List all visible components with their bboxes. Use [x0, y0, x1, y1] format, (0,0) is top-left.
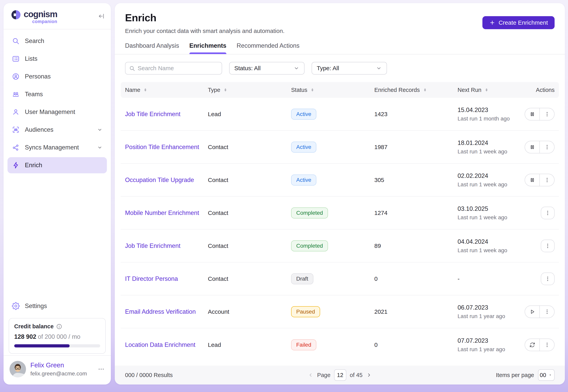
- search-icon: [12, 37, 20, 45]
- tab-recommended-actions[interactable]: Recommended Actions: [237, 42, 299, 54]
- last-run-text: Last run 1 week ago: [457, 247, 525, 253]
- row-type: Lead: [208, 111, 291, 117]
- row-actions-group: [525, 108, 554, 121]
- table-row: Location Data Enrichment Lead Failed 0 0…: [121, 328, 559, 361]
- resume-run-button[interactable]: [525, 306, 540, 318]
- row-menu-button[interactable]: [540, 108, 554, 120]
- table-row: IT Director Persona Contact Draft 0 -: [121, 263, 559, 295]
- ellipsis-icon: [98, 365, 105, 373]
- results-count: 000 / 0000 Results: [125, 372, 173, 378]
- sidebar-item-user-management[interactable]: User Management: [8, 104, 107, 120]
- tab-dashboard-analysis[interactable]: Dashboard Analysis: [125, 42, 179, 54]
- page-background: cognism companion Search Lists Personas …: [0, 0, 568, 392]
- credit-info-trigger[interactable]: [56, 323, 62, 330]
- row-type: Contact: [208, 210, 291, 216]
- credit-quota-text: of 200 000 / mo: [38, 333, 80, 340]
- items-per-page-label: Items per page: [496, 372, 534, 378]
- retry-run-button[interactable]: [525, 339, 540, 351]
- column-header-enriched-records[interactable]: Enriched Records: [374, 87, 457, 93]
- enrichment-name-link[interactable]: Job Title Enrichment: [125, 111, 181, 117]
- items-per-page-select[interactable]: 00: [538, 369, 554, 381]
- column-header-name[interactable]: Name: [125, 87, 208, 93]
- enrichment-name-link[interactable]: Position Title Enhancement: [125, 143, 199, 151]
- create-enrichment-button[interactable]: Create Enrichment: [483, 16, 554, 29]
- enrichment-name-link[interactable]: Email Address Verification: [125, 308, 196, 315]
- row-type: Contact: [208, 144, 291, 151]
- pause-run-button[interactable]: [525, 174, 540, 186]
- table-row: Occupation Title Upgrade Contact Active …: [121, 164, 559, 196]
- column-header-type[interactable]: Type: [208, 87, 291, 93]
- avatar: [10, 361, 26, 378]
- sort-icon: [484, 87, 489, 93]
- row-menu-button[interactable]: [540, 174, 554, 186]
- status-badge: Completed: [291, 240, 328, 252]
- row-menu-button[interactable]: [541, 207, 554, 219]
- sidebar-item-enrich[interactable]: Enrich: [8, 157, 107, 173]
- row-enriched-records: 1274: [374, 210, 457, 216]
- next-run-date: 15.04.2023: [457, 107, 525, 113]
- row-next-run: 15.04.2023 Last run 1 month ago: [457, 107, 525, 122]
- row-menu-button[interactable]: [540, 339, 554, 351]
- row-menu-button[interactable]: [540, 306, 554, 318]
- collapse-sidebar-icon: [98, 13, 105, 20]
- status-filter-select[interactable]: Status: All: [229, 62, 304, 74]
- create-enrichment-label: Create Enrichment: [498, 19, 548, 26]
- sidebar-item-settings[interactable]: Settings: [8, 298, 107, 314]
- pause-run-button[interactable]: [525, 108, 540, 120]
- last-run-text: Last run 1 month ago: [457, 115, 525, 122]
- next-page-button[interactable]: [366, 372, 372, 378]
- row-type: Contact: [208, 276, 291, 282]
- sort-icon: [223, 87, 228, 93]
- profile-menu-button[interactable]: [98, 365, 105, 373]
- credit-balance-card: Credit balance 128 902of 200 000 / mo: [9, 318, 106, 354]
- sidebar-item-label: Lists: [25, 55, 102, 62]
- column-header-next-run[interactable]: Next Run: [457, 87, 525, 93]
- status-badge: Active: [291, 174, 316, 185]
- sidebar-item-lists[interactable]: Lists: [8, 51, 107, 67]
- row-menu-button[interactable]: [540, 141, 554, 153]
- sidebar-item-syncs-management[interactable]: Syncs Management: [8, 140, 107, 155]
- kebab-icon: [544, 243, 551, 249]
- row-menu-button[interactable]: [541, 239, 554, 252]
- next-run-date: 02.02.2024: [457, 172, 525, 180]
- sidebar-item-audiences[interactable]: Audiences: [8, 122, 107, 138]
- credit-balance-title: Credit balance: [14, 323, 54, 330]
- enrichment-name-link[interactable]: Occupation Title Upgrade: [125, 177, 194, 183]
- sidebar-collapse-button[interactable]: [98, 13, 105, 20]
- sidebar: cognism companion Search Lists Personas …: [3, 3, 111, 384]
- row-type: Lead: [208, 341, 291, 348]
- row-enriched-records: 305: [374, 177, 457, 183]
- next-run-date: 18.01.2024: [457, 140, 525, 146]
- search-name-input[interactable]: [125, 62, 222, 74]
- sidebar-item-search[interactable]: Search: [8, 33, 107, 49]
- last-run-text: Last run 1 week ago: [457, 149, 525, 155]
- column-header-status[interactable]: Status: [291, 87, 374, 93]
- enrichment-name-link[interactable]: Mobile Number Enrichment: [125, 210, 199, 216]
- sidebar-item-personas[interactable]: Personas: [8, 69, 107, 84]
- table-row: Job Title Enrichment Contact Completed 8…: [121, 229, 559, 263]
- enrichment-name-link[interactable]: IT Director Persona: [125, 275, 178, 282]
- pause-run-button[interactable]: [525, 141, 540, 153]
- row-menu-button[interactable]: [541, 272, 554, 285]
- table-footer: 000 / 0000 Results Page 12 of 45 Items p…: [115, 365, 565, 384]
- enrichment-name-link[interactable]: Job Title Enrichment: [125, 242, 181, 249]
- page-number-input[interactable]: 12: [334, 369, 346, 381]
- type-filter-select[interactable]: Type: All: [312, 62, 387, 74]
- row-actions-group: [525, 338, 554, 351]
- sidebar-item-teams[interactable]: Teams: [8, 86, 107, 102]
- chevron-right-icon: [366, 372, 372, 378]
- kebab-icon: [544, 177, 550, 183]
- previous-page-button[interactable]: [308, 372, 313, 378]
- cognism-logo: cognism companion: [11, 10, 57, 24]
- enrichment-name-link[interactable]: Location Data Enrichment: [125, 341, 196, 348]
- row-next-run: 03.10.2025 Last run 1 week ago: [457, 205, 525, 221]
- chevron-left-icon: [308, 372, 313, 378]
- user-profile: Felix Green felix.green@acme.com: [3, 356, 111, 384]
- table-row: Mobile Number Enrichment Contact Complet…: [121, 196, 559, 229]
- pause-icon: [529, 111, 536, 117]
- user-name[interactable]: Felix Green: [30, 362, 93, 369]
- user-email: felix.green@acme.com: [30, 370, 93, 377]
- tab-enrichments[interactable]: Enrichments: [189, 42, 227, 54]
- row-actions-group: [525, 174, 554, 186]
- kebab-icon: [544, 144, 550, 150]
